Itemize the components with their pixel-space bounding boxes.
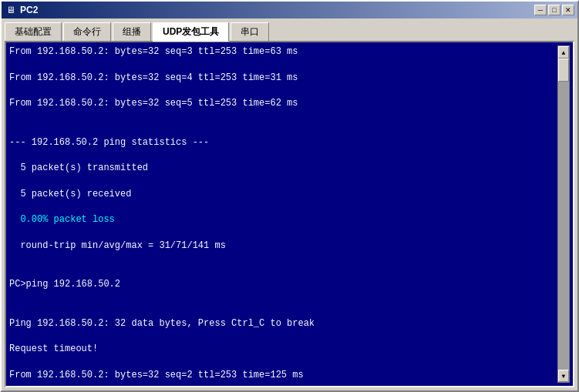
tab-0[interactable]: 基础配置 <box>5 22 62 42</box>
main-window: 🖥 PC2 ─ □ ✕ 基础配置命令行组播UDP发包工具串口 From 192.… <box>0 0 579 392</box>
scroll-down-button[interactable]: ▼ <box>558 370 569 382</box>
tab-bar: 基础配置命令行组播UDP发包工具串口 <box>2 18 577 41</box>
tab-1[interactable]: 命令行 <box>63 22 111 42</box>
tab-3[interactable]: UDP发包工具 <box>153 22 229 42</box>
terminal-line: PC>ping 192.168.50.2 <box>9 278 557 291</box>
terminal-line: Ping 192.168.50.2: 32 data bytes, Press … <box>9 317 557 330</box>
terminal-line: 5 packet(s) transmitted <box>9 162 557 175</box>
tab-2[interactable]: 组播 <box>113 22 151 42</box>
title-bar-buttons: ─ □ ✕ <box>534 5 574 15</box>
terminal-line: round-trip min/avg/max = 31/71/141 ms <box>9 240 557 253</box>
terminal-line: 0.00% packet loss <box>9 213 557 226</box>
title-bar-left: 🖥 PC2 <box>5 4 38 16</box>
scrollbar-thumb[interactable] <box>558 59 569 82</box>
window-title: PC2 <box>20 5 38 15</box>
close-button[interactable]: ✕ <box>562 5 574 15</box>
title-bar: 🖥 PC2 ─ □ ✕ <box>2 2 577 18</box>
content-area: From 192.168.50.2: bytes=32 seq=3 ttl=25… <box>5 41 574 387</box>
terminal-line: From 192.168.50.2: bytes=32 seq=5 ttl=25… <box>9 97 557 110</box>
terminal-line: 5 packet(s) received <box>9 188 557 201</box>
tab-4[interactable]: 串口 <box>231 22 269 42</box>
scrollbar-track[interactable] <box>558 59 569 370</box>
window-icon: 🖥 <box>5 4 17 16</box>
minimize-button[interactable]: ─ <box>534 5 547 15</box>
terminal-line: From 192.168.50.2: bytes=32 seq=3 ttl=25… <box>9 45 557 59</box>
terminal-output: From 192.168.50.2: bytes=32 seq=3 ttl=25… <box>9 45 557 383</box>
scrollbar[interactable]: ▲ ▼ <box>557 45 570 383</box>
terminal-line: From 192.168.50.2: bytes=32 seq=2 ttl=25… <box>9 369 557 382</box>
terminal-line: Request timeout! <box>9 343 557 356</box>
terminal-line: From 192.168.50.2: bytes=32 seq=4 ttl=25… <box>9 72 557 85</box>
terminal-line: --- 192.168.50.2 ping statistics --- <box>9 136 557 149</box>
maximize-button[interactable]: □ <box>548 5 560 15</box>
scroll-up-button[interactable]: ▲ <box>558 46 569 59</box>
